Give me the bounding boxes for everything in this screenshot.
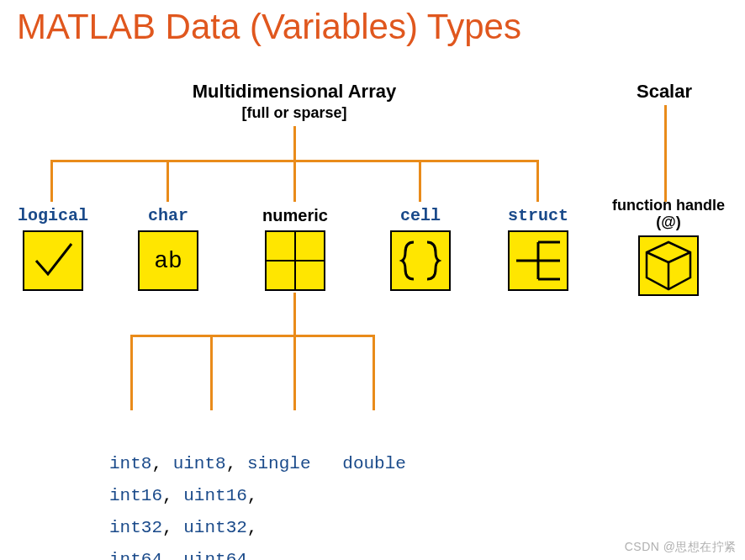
connector <box>130 335 133 410</box>
connector <box>130 335 374 337</box>
numtype-int16: int16 <box>109 480 162 512</box>
type-cell: cell <box>374 206 467 291</box>
numtype-uint64: uint64 <box>183 544 247 560</box>
connector <box>372 335 375 410</box>
connector <box>536 160 539 202</box>
numeric-icon <box>265 230 325 291</box>
connector <box>293 160 296 202</box>
type-label-cell: cell <box>374 206 467 225</box>
numeric-subtypes: int8, uint8, single double int16, uint16… <box>109 416 406 560</box>
type-struct: struct <box>492 206 584 291</box>
connector <box>166 160 169 202</box>
numtype-single: single <box>247 448 311 480</box>
type-label-numeric: numeric <box>249 206 341 225</box>
connector <box>419 160 421 202</box>
numtype-uint8: uint8 <box>173 448 226 480</box>
connector <box>293 335 296 410</box>
struct-icon <box>508 230 568 291</box>
numtype-int32: int32 <box>109 512 162 544</box>
mda-header: Multidimensional Array <box>168 81 420 103</box>
type-label-function-handle: function handle (@) <box>610 197 727 230</box>
connector <box>664 105 667 202</box>
type-numeric: numeric <box>249 206 341 291</box>
connector <box>293 126 296 160</box>
type-logical: logical <box>7 206 99 291</box>
connector <box>50 160 53 202</box>
numtype-int64: int64 <box>109 544 162 560</box>
numtype-uint16: uint16 <box>183 480 247 512</box>
connector <box>210 335 213 410</box>
type-label-char: char <box>122 206 214 225</box>
type-function-handle: function handle (@) <box>610 197 727 296</box>
function-handle-icon <box>638 235 699 296</box>
type-char: char ab <box>122 206 214 291</box>
logical-icon <box>23 230 83 291</box>
mda-subheader: [full or sparse] <box>168 104 420 122</box>
type-label-struct: struct <box>492 206 584 225</box>
cell-icon <box>390 230 451 291</box>
numtype-uint32: uint32 <box>183 512 247 544</box>
type-label-logical: logical <box>7 206 99 225</box>
char-icon: ab <box>138 230 198 291</box>
numtype-double: double <box>342 448 406 480</box>
connector <box>293 293 296 335</box>
numtype-int8: int8 <box>109 448 151 480</box>
page-title: MATLAB Data (Variables) Types <box>17 7 521 47</box>
scalar-header: Scalar <box>605 81 723 103</box>
watermark: CSDN @思想在拧紧 <box>625 540 737 555</box>
